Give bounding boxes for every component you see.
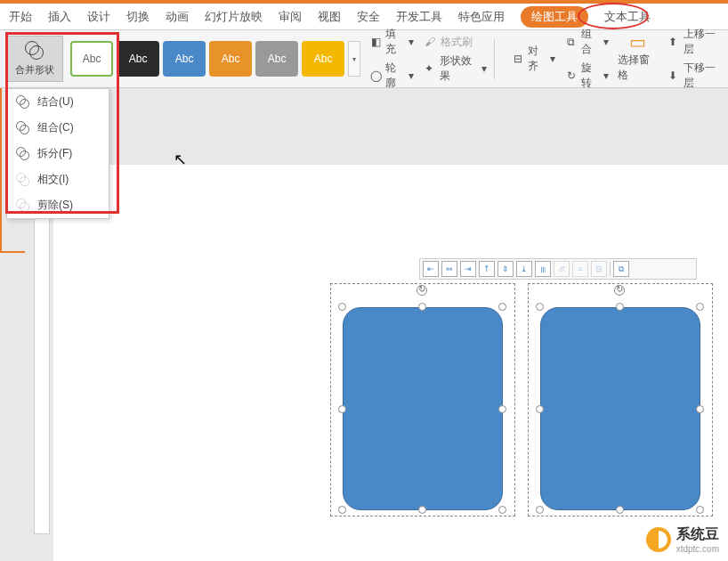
- layer-down-icon: ⬇: [667, 69, 680, 83]
- dropdown-union[interactable]: 结合(U): [7, 89, 109, 115]
- fill-icon: ◧: [369, 35, 382, 49]
- menu-text-tools[interactable]: 文本工具: [604, 9, 651, 25]
- menu-devtools[interactable]: 开发工具: [396, 9, 442, 25]
- ribbon-divider: [494, 39, 495, 79]
- resize-handle[interactable]: [616, 506, 624, 514]
- style-swatch-yellow[interactable]: Abc: [302, 41, 344, 77]
- menu-view[interactable]: 视图: [318, 9, 341, 25]
- combine-icon: [16, 121, 30, 135]
- align-icon: ⊟: [511, 52, 523, 66]
- resize-handle[interactable]: [498, 405, 506, 413]
- merge-shapes-label: 合并形状: [15, 63, 54, 77]
- resize-handle[interactable]: [696, 405, 704, 413]
- layer-up-icon: ⬆: [667, 35, 680, 49]
- floating-align-toolbar: ⇤ ⇔ ⇥ ⤒ ⇕ ⤓ ⫼ ⫻ ≡ ⊟ ⧉: [419, 258, 697, 280]
- align-middle-v-button[interactable]: ⇕: [497, 261, 514, 277]
- resize-handle[interactable]: [696, 303, 704, 311]
- rounded-rect-shape-1[interactable]: [343, 307, 503, 510]
- fill-button[interactable]: ◧填充▾: [369, 27, 414, 57]
- align-right-button[interactable]: ⇥: [460, 261, 476, 277]
- resize-handle[interactable]: [338, 303, 346, 311]
- dropdown-combine[interactable]: 组合(C): [7, 115, 109, 141]
- move-down-button[interactable]: ⬇下移一层: [667, 61, 723, 91]
- ribbon-toolbar: 合并形状 Abc Abc Abc Abc Abc Abc ▾ ◧填充▾ ◯轮廓▾…: [0, 30, 728, 88]
- align-button[interactable]: ⊟对齐▾: [511, 44, 555, 74]
- group-rotate-group: ⧉组合▾ ↻旋转▾: [564, 27, 609, 91]
- menu-transition[interactable]: 切换: [126, 9, 150, 25]
- distribute-v-button: ⫻: [554, 261, 570, 277]
- resize-handle[interactable]: [536, 506, 544, 514]
- menu-design[interactable]: 设计: [87, 9, 110, 25]
- distribute-h-button[interactable]: ⫼: [535, 261, 551, 277]
- selection-pane-button[interactable]: ▭: [618, 35, 658, 49]
- outline-button[interactable]: ◯轮廓▾: [369, 61, 414, 91]
- style-swatch-gray[interactable]: Abc: [255, 41, 298, 77]
- dropdown-intersect[interactable]: 相交(I): [7, 167, 109, 192]
- gallery-more-button[interactable]: ▾: [348, 41, 360, 77]
- align-top-button[interactable]: ⤒: [479, 261, 495, 277]
- resize-handle[interactable]: [616, 303, 624, 311]
- align-center-h-button[interactable]: ⇔: [441, 261, 457, 277]
- merge-shapes-icon: [25, 41, 44, 61]
- selection-pane-label[interactable]: 选择窗格: [618, 53, 658, 83]
- resize-handle[interactable]: [338, 405, 346, 413]
- menu-animation[interactable]: 动画: [166, 9, 189, 25]
- format-painter-button[interactable]: 🖌格式刷: [423, 35, 487, 50]
- resize-handle[interactable]: [498, 303, 506, 311]
- resize-handle[interactable]: [338, 506, 346, 514]
- resize-handle[interactable]: [696, 506, 704, 514]
- merge-shapes-button[interactable]: 合并形状: [5, 36, 63, 82]
- rotate-handle-1[interactable]: [417, 285, 427, 296]
- rotate-icon: ↻: [564, 69, 577, 83]
- style-swatch-orange[interactable]: Abc: [209, 41, 252, 77]
- group-shapes-button[interactable]: ⧉: [613, 261, 629, 277]
- shape-style-gallery: Abc Abc Abc Abc Abc Abc ▾: [70, 41, 360, 77]
- watermark-url: xtdptc.com: [676, 544, 719, 554]
- equal-height-button: ⊟: [591, 261, 607, 277]
- menu-drawing-tools[interactable]: 绘图工具: [521, 6, 588, 28]
- dropdown-subtract[interactable]: 剪除(S): [7, 192, 109, 218]
- style-swatch-blue[interactable]: Abc: [163, 41, 206, 77]
- menu-start[interactable]: 开始: [9, 9, 32, 25]
- toolbar-divider: [610, 262, 611, 276]
- layer-group: ⬆上移一层 ⬇下移一层: [667, 27, 723, 91]
- align-left-button[interactable]: ⇤: [423, 261, 439, 277]
- intersect-icon: [16, 173, 30, 187]
- arrange-group: ⊟对齐▾: [511, 44, 555, 74]
- move-up-button[interactable]: ⬆上移一层: [667, 27, 723, 57]
- rotate-button[interactable]: ↻旋转▾: [564, 61, 609, 91]
- menu-insert[interactable]: 插入: [48, 9, 71, 25]
- style-swatch-white[interactable]: Abc: [70, 41, 113, 77]
- dropdown-fragment[interactable]: 拆分(F): [7, 141, 109, 167]
- group-button[interactable]: ⧉组合▾: [564, 27, 609, 57]
- menu-bar: 开始 插入 设计 切换 动画 幻灯片放映 审阅 视图 安全 开发工具 特色应用 …: [0, 4, 728, 30]
- resize-handle[interactable]: [536, 405, 544, 413]
- effects-icon: ✦: [423, 61, 436, 76]
- style-swatch-black[interactable]: Abc: [117, 41, 159, 77]
- watermark-text: 系统豆 xtdptc.com: [676, 525, 719, 554]
- resize-handle[interactable]: [536, 303, 544, 311]
- equal-width-button: ≡: [572, 261, 588, 277]
- watermark-logo-icon: [646, 527, 671, 552]
- align-bottom-button[interactable]: ⤓: [516, 261, 532, 277]
- outline-icon: ◯: [369, 69, 382, 83]
- watermark: 系统豆 xtdptc.com: [646, 525, 719, 554]
- resize-handle[interactable]: [418, 506, 426, 514]
- watermark-title: 系统豆: [676, 525, 719, 544]
- fill-outline-group: ◧填充▾ ◯轮廓▾: [369, 27, 414, 91]
- subtract-icon: [16, 199, 30, 213]
- menu-security[interactable]: 安全: [357, 9, 380, 25]
- fragment-icon: [16, 147, 30, 161]
- shape-effects-button[interactable]: ✦形状效果▾: [423, 53, 487, 84]
- union-icon: [16, 95, 30, 110]
- menu-featured[interactable]: 特色应用: [458, 9, 505, 25]
- selection-group: ▭ 选择窗格: [618, 35, 658, 83]
- menu-review[interactable]: 审阅: [279, 9, 302, 25]
- menu-slideshow[interactable]: 幻灯片放映: [205, 9, 263, 25]
- resize-handle[interactable]: [418, 303, 426, 311]
- group-icon: ⧉: [564, 35, 577, 49]
- format-effects-group: 🖌格式刷 ✦形状效果▾: [423, 35, 487, 84]
- resize-handle[interactable]: [498, 506, 506, 514]
- rotate-handle-2[interactable]: [614, 285, 625, 296]
- rounded-rect-shape-2[interactable]: [540, 307, 700, 510]
